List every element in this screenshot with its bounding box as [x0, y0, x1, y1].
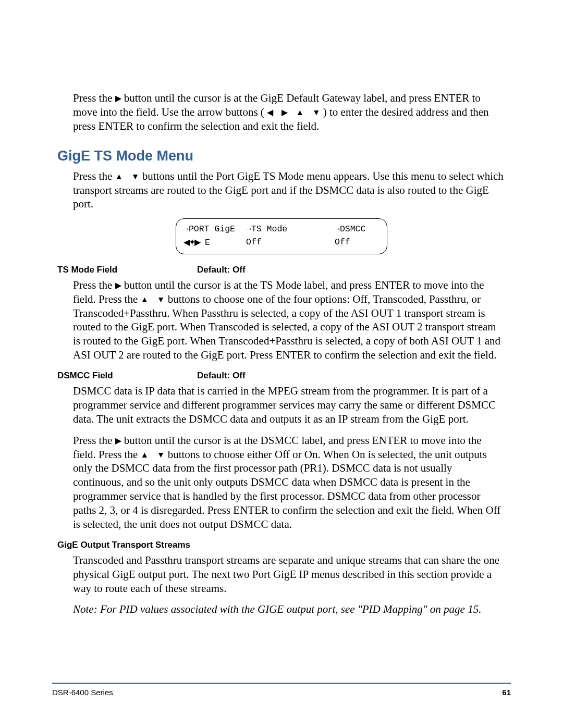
left-triangle-icon: ◀: [267, 107, 273, 118]
note-paragraph: Note: For PID values associated with the…: [73, 602, 506, 616]
lcd-row-1: →PORT GigE →TS Mode →DSMCC: [183, 223, 380, 236]
lcd-display: →PORT GigE →TS Mode →DSMCC ◀✦▶ E Off Off: [176, 218, 387, 254]
gige-output-paragraph: Transcoded and Passthru transport stream…: [73, 553, 506, 596]
spacer: [151, 293, 154, 305]
field-heading-row: TS Mode Field Default: Off: [57, 265, 506, 275]
text: Press the: [73, 170, 115, 182]
nav-arrows-icon: ◀✦▶: [183, 238, 200, 246]
tsmode-paragraph: Press the ▶ button until the cursor is a…: [73, 278, 506, 362]
right-triangle-icon: ▶: [115, 93, 121, 104]
spacer: [151, 448, 154, 461]
lcd-cell: Off: [335, 236, 380, 250]
spacer: [126, 170, 128, 182]
section-intro-paragraph: Press the ▲ ▼ buttons until the Port Gig…: [73, 169, 506, 212]
footer-series: DSR-6400 Series: [52, 688, 113, 697]
field-name: DSMCC Field: [57, 371, 197, 381]
field-default: Default: Off: [197, 265, 246, 275]
footer-page-number: 61: [502, 688, 511, 697]
lcd-cell: Off: [246, 236, 335, 250]
dsmcc-paragraph-2: Press the ▶ button until the cursor is a…: [73, 434, 506, 532]
up-triangle-icon: ▲: [140, 294, 149, 305]
page: Press the ▶ button until the cursor is a…: [0, 0, 563, 728]
up-triangle-icon: ▲: [115, 171, 124, 182]
intro-paragraph: Press the ▶ button until the cursor is a…: [73, 91, 506, 133]
field-name: TS Mode Field: [57, 265, 197, 275]
spacer: [307, 106, 309, 118]
text: E: [200, 238, 210, 248]
lcd-cell: →DSMCC: [335, 223, 380, 236]
down-triangle-icon: ▼: [131, 171, 140, 182]
section-heading: GigE TS Mode Menu: [57, 148, 506, 164]
lcd-cell: →PORT GigE: [183, 223, 246, 236]
spacer: [290, 106, 293, 118]
field-heading-row: DSMCC Field Default: Off: [57, 371, 506, 381]
up-triangle-icon: ▲: [140, 450, 149, 460]
spacer: [276, 106, 278, 118]
text: Press the: [73, 92, 115, 104]
lcd-row-2: ◀✦▶ E Off Off: [183, 236, 380, 250]
lcd-cell: →TS Mode: [246, 223, 335, 236]
down-triangle-icon: ▼: [157, 450, 165, 460]
text: Press the: [73, 434, 115, 447]
right-triangle-icon: ▶: [282, 107, 288, 118]
right-triangle-icon: ▶: [115, 436, 121, 446]
lcd-cell: ◀✦▶ E: [183, 236, 246, 250]
right-triangle-icon: ▶: [115, 280, 121, 291]
subheading: GigE Output Transport Streams: [57, 540, 506, 550]
up-triangle-icon: ▲: [296, 107, 304, 118]
field-default: Default: Off: [197, 371, 246, 381]
dsmcc-paragraph-1: DSMCC data is IP data that is carried in…: [73, 384, 506, 426]
down-triangle-icon: ▼: [157, 294, 165, 305]
text: Press the: [73, 279, 115, 291]
down-triangle-icon: ▼: [312, 107, 321, 118]
page-footer: DSR-6400 Series 61: [52, 683, 511, 697]
